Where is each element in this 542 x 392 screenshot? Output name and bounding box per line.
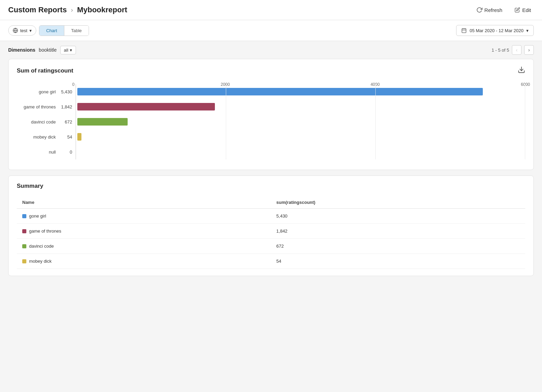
tab-chart[interactable]: Chart	[39, 26, 64, 36]
summary-card-header: Summary	[17, 183, 525, 190]
env-dropdown-arrow: ▾	[29, 28, 32, 33]
edit-label: Edit	[522, 7, 531, 13]
bar-1	[77, 103, 215, 110]
summary-table: Name sum(ratingscount) gone girl 5,430 g…	[17, 196, 525, 269]
summary-name-cell: gone girl	[17, 209, 271, 224]
refresh-label: Refresh	[485, 7, 503, 13]
dimensions-label: Dimensions	[8, 47, 35, 53]
summary-name: davinci code	[29, 244, 54, 249]
toolbar-left: test ▾ Chart Table	[8, 25, 89, 36]
edit-button[interactable]: Edit	[512, 6, 534, 14]
summary-row: davinci code 672	[17, 239, 525, 254]
bar-label-1: game of thrones	[20, 104, 58, 109]
chart-title: Sum of ratingscount	[17, 67, 73, 74]
view-tabs: Chart Table	[39, 25, 89, 36]
bar-0	[77, 88, 483, 95]
download-icon	[518, 66, 525, 74]
color-indicator	[22, 214, 26, 218]
dimensions-left: Dimensions booktitle all ▾	[8, 46, 76, 54]
pagination-label: 1 - 5 of 5	[492, 48, 509, 53]
summary-name-cell: mobey dick	[17, 254, 271, 269]
bar-label-4: null	[20, 149, 58, 155]
breadcrumb: Custom Reports › Mybookreport	[8, 5, 127, 14]
bar-3	[77, 133, 81, 141]
bar-value-0: 5,430	[58, 89, 76, 94]
summary-name: mobey dick	[29, 259, 52, 264]
header: Custom Reports › Mybookreport Refresh Ed…	[0, 0, 542, 20]
tab-table[interactable]: Table	[64, 26, 89, 36]
download-button[interactable]	[518, 66, 525, 75]
summary-row: game of thrones 1,842	[17, 224, 525, 239]
summary-value: 1,842	[271, 224, 525, 239]
chart-card-header: Sum of ratingscount	[17, 66, 525, 75]
color-indicator	[22, 244, 26, 248]
breadcrumb-sub: Mybookreport	[77, 5, 127, 14]
summary-row: gone girl 5,430	[17, 209, 525, 224]
summary-title: Summary	[17, 183, 43, 190]
dimensions-filter-arrow: ▾	[70, 48, 72, 53]
summary-name-cell: davinci code	[17, 239, 271, 254]
summary-row: mobey dick 54	[17, 254, 525, 269]
chart-labels-col: gone girl 5,430 game of thrones 1,842 da…	[17, 84, 76, 159]
calendar-icon	[461, 28, 467, 33]
pagination: 1 - 5 of 5 ‹ ›	[492, 45, 534, 55]
bar-row-4	[76, 144, 525, 159]
dimensions-filter-value: all	[64, 48, 68, 53]
breadcrumb-main[interactable]: Custom Reports	[8, 5, 67, 14]
grid-line-2	[375, 84, 376, 159]
chart-card: Sum of ratingscount 0 2000 4000 6000	[8, 59, 534, 170]
env-label: test	[20, 28, 27, 33]
bar-2	[77, 118, 128, 126]
refresh-button[interactable]: Refresh	[474, 5, 505, 14]
dimensions-field: booktitle	[39, 47, 56, 53]
bar-row-3	[76, 129, 525, 144]
summary-value: 672	[271, 239, 525, 254]
bar-row-0	[76, 84, 525, 99]
summary-card: Summary Name sum(ratingscount) gone girl…	[8, 175, 534, 276]
chart-bars-area	[76, 84, 525, 159]
dimensions-bar: Dimensions booktitle all ▾ 1 - 5 of 5 ‹ …	[0, 41, 542, 59]
chart-body: gone girl 5,430 game of thrones 1,842 da…	[17, 84, 525, 159]
date-dropdown-arrow: ▾	[526, 28, 529, 33]
col-name-header: Name	[17, 196, 271, 209]
summary-value: 5,430	[271, 209, 525, 224]
bar-row-1	[76, 99, 525, 114]
breadcrumb-chevron: ›	[71, 6, 73, 14]
environment-selector[interactable]: test ▾	[8, 25, 36, 36]
color-indicator	[22, 259, 26, 263]
edit-icon	[515, 7, 520, 13]
svg-rect-2	[462, 29, 466, 33]
bar-label-2: davinci code	[20, 119, 58, 125]
summary-name-cell: game of thrones	[17, 224, 271, 239]
summary-name: game of thrones	[29, 228, 61, 234]
bar-value-3: 54	[58, 134, 76, 140]
date-range-label: 05 Mar 2020 - 12 Mar 2020	[469, 28, 524, 33]
dimensions-filter[interactable]: all ▾	[60, 46, 76, 54]
col-value-header: sum(ratingscount)	[271, 196, 525, 209]
color-indicator	[22, 229, 26, 233]
header-actions: Refresh Edit	[474, 5, 534, 14]
prev-page-button[interactable]: ‹	[512, 45, 521, 55]
globe-icon	[13, 28, 18, 33]
bar-value-4: 0	[58, 149, 76, 155]
bar-label-0: gone girl	[20, 89, 58, 94]
chart-container: 0 2000 4000 6000 gone girl 5,430 game of…	[17, 82, 525, 163]
toolbar: test ▾ Chart Table 05 Mar 2020 - 12 Mar …	[0, 20, 542, 41]
summary-value: 54	[271, 254, 525, 269]
date-range-selector[interactable]: 05 Mar 2020 - 12 Mar 2020 ▾	[456, 25, 534, 36]
grid-line-1	[226, 84, 226, 159]
bar-value-1: 1,842	[58, 104, 76, 109]
refresh-icon	[476, 7, 482, 13]
bar-value-2: 672	[58, 119, 76, 125]
grid-line-3	[525, 84, 525, 159]
summary-name: gone girl	[29, 213, 46, 219]
next-page-button[interactable]: ›	[524, 45, 534, 55]
bar-label-3: mobey dick	[20, 134, 58, 140]
bar-row-2	[76, 114, 525, 129]
